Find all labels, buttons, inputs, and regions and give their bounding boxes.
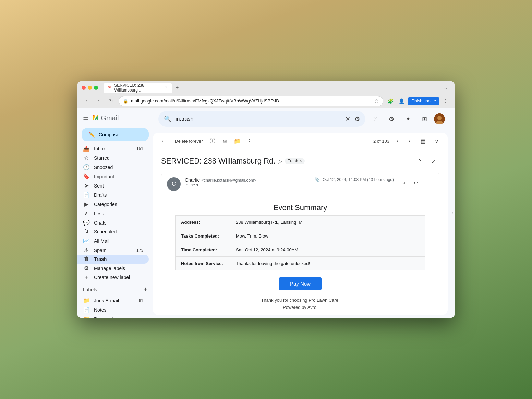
hamburger-menu-icon[interactable]: ☰ [83, 114, 88, 122]
compose-label: Compose [99, 132, 119, 137]
tab-close-button[interactable]: × [164, 85, 168, 90]
spam-icon: ⚠ [83, 247, 90, 253]
view-options-button[interactable]: ∨ [431, 135, 442, 146]
sidebar-item-categories[interactable]: ▶ Categories [77, 200, 149, 209]
sidebar-item-less[interactable]: ∧ Less [77, 209, 149, 218]
notes-from-service-value: Thanks for leaving the gate unlocked! [230, 257, 425, 270]
search-input[interactable]: in:trash [176, 116, 341, 122]
toolbar-actions: Delete forever ⓘ ✉ 📁 ⋮ [172, 135, 255, 146]
profile-icon[interactable]: 👤 [397, 96, 407, 106]
trash-badge-remove-icon[interactable]: × [300, 159, 302, 164]
sidebar-item-inbox[interactable]: 📥 Inbox 151 [77, 144, 149, 153]
email-toolbar: ← Delete forever ⓘ ✉ 📁 ⋮ 2 of 103 ‹ › ▤ [153, 133, 448, 149]
gmail-content-area: 🔍 in:trash ✕ ⚙ ? ⚙ ✦ ⊞ [153, 108, 450, 318]
junk-email-icon: 📁 [83, 297, 90, 304]
info-button[interactable]: ⓘ [207, 135, 218, 146]
open-in-new-button[interactable]: ⤢ [427, 155, 439, 167]
prev-email-button[interactable]: ‹ [392, 135, 403, 146]
delete-forever-button[interactable]: Delete forever [172, 137, 206, 145]
help-button[interactable]: ? [368, 112, 382, 126]
right-panel-handle[interactable]: ‹ [450, 108, 455, 318]
next-email-button[interactable]: › [404, 135, 415, 146]
gmail-app-search-header: 🔍 in:trash ✕ ⚙ ? ⚙ ✦ ⊞ [153, 108, 450, 130]
email-subject-row: SERVICED: 238 Williamsburg Rd. ▷ Trash ×… [161, 155, 439, 167]
maximize-window-button[interactable] [94, 86, 98, 90]
extensions-icon[interactable]: 🧩 [386, 96, 396, 106]
search-clear-icon[interactable]: ✕ [345, 115, 350, 123]
reply-button[interactable]: ↩ [410, 177, 421, 188]
sidebar-item-junk-email[interactable]: 📁 Junk E-mail 61 [77, 296, 149, 305]
sidebar-item-spam[interactable]: ⚠ Spam 173 [77, 245, 149, 255]
move-to-inbox-button[interactable]: ✉ [219, 135, 230, 146]
active-tab[interactable]: M SERVICED: 238 Williamsburg... × [104, 83, 172, 93]
address-bar[interactable]: 🔒 mail.google.com/mail/u/0/#trash/FMfcgz… [119, 96, 383, 106]
refresh-button[interactable]: ↻ [106, 96, 116, 106]
sidebar-item-important[interactable]: 🔖 Important [77, 172, 149, 181]
back-button[interactable]: ‹ [82, 96, 91, 106]
email-subject: SERVICED: 238 Williamsburg Rd. [161, 157, 275, 166]
sidebar-item-notes[interactable]: 📄 Notes [77, 305, 149, 314]
sidebar-item-chats[interactable]: 💬 Chats [77, 218, 149, 227]
pay-now-container: Pay Now [175, 270, 425, 297]
user-avatar[interactable] [434, 113, 445, 124]
bookmark-icon[interactable]: ☆ [374, 98, 379, 104]
manage-labels-label: Manage labels [94, 266, 143, 271]
gmail-favicon-icon: M [108, 85, 112, 90]
sidebar-item-sent[interactable]: ➤ Sent [77, 181, 149, 190]
sidebar-item-all-mail[interactable]: 📧 All Mail [77, 236, 149, 245]
chrome-menu-icon[interactable]: ⋮ [441, 96, 450, 106]
sidebar-item-create-label[interactable]: + Create new label [77, 273, 149, 282]
email-timestamp: Oct 12, 2024, 11:08 PM (13 hours ago) [323, 177, 394, 182]
minimize-window-button[interactable] [88, 86, 92, 90]
thank-you-line2: Powered by Avro. [175, 304, 425, 311]
sidebar-item-manage-labels[interactable]: ⚙ Manage labels [77, 264, 149, 273]
tab-title: SERVICED: 238 Williamsburg... [114, 83, 162, 93]
to-me-row: to me ▾ [185, 183, 311, 188]
sent-label: Sent [94, 183, 143, 189]
tab-bar: M SERVICED: 238 Williamsburg... × + [104, 83, 438, 93]
search-bar[interactable]: 🔍 in:trash ✕ ⚙ [158, 111, 365, 127]
new-tab-button[interactable]: + [173, 85, 181, 91]
window-menu-button[interactable]: ⌄ [441, 83, 450, 93]
forward-button[interactable]: › [94, 96, 104, 106]
more-actions-button[interactable]: ⋮ [244, 135, 255, 146]
gmail-main-panel: ← Delete forever ⓘ ✉ 📁 ⋮ 2 of 103 ‹ › ▤ [153, 133, 448, 315]
thank-you-text: Thank you for choosing Pro Lawn Care. Po… [175, 297, 425, 315]
personal-icon: 📁 [83, 316, 90, 318]
pagination-text: 2 of 103 [373, 138, 389, 144]
emoji-reaction-button[interactable]: ☺ [398, 177, 409, 188]
search-filter-icon[interactable]: ⚙ [354, 115, 360, 123]
move-to-folder-button[interactable]: 📁 [232, 135, 243, 146]
compose-button[interactable]: ✏️ Compose [82, 128, 149, 141]
sidebar-item-personal[interactable]: 📁 Personal [77, 314, 149, 318]
spam-label: Spam [94, 247, 132, 253]
sidebar-item-trash[interactable]: 🗑 Trash [77, 255, 149, 264]
tasks-label: Tasks Completed: [176, 229, 230, 243]
sidebar-item-snoozed[interactable]: 🕐 Snoozed [77, 162, 149, 172]
view-select-button[interactable]: ▤ [418, 135, 428, 146]
inbox-icon: 📥 [83, 145, 90, 152]
inbox-count: 151 [136, 146, 143, 151]
back-to-list-button[interactable]: ← [158, 135, 169, 146]
print-button[interactable]: 🖨 [413, 155, 426, 167]
summary-row-address: Address: 238 Williamsburg Rd., Lansing, … [175, 215, 425, 229]
finish-update-button[interactable]: Finish update [408, 97, 439, 105]
apps-grid-button[interactable]: ⊞ [418, 112, 431, 126]
sender-name: Charlie [185, 177, 200, 183]
settings-button[interactable]: ⚙ [385, 112, 398, 126]
gmail-body: ☰ M Gmail ✏️ Compose 📥 Inbox 151 ☆ Starr… [77, 108, 455, 318]
pay-now-button[interactable]: Pay Now [279, 277, 322, 290]
sidebar-item-drafts[interactable]: 📄 Drafts [77, 190, 149, 200]
spark-button[interactable]: ✦ [401, 112, 415, 126]
search-icon: 🔍 [164, 115, 171, 123]
categories-label: Categories [94, 202, 143, 207]
sidebar-item-starred[interactable]: ☆ Starred [77, 153, 149, 162]
sidebar-item-scheduled[interactable]: 🗓 Scheduled [77, 227, 149, 236]
nav-right-buttons: 🧩 👤 Finish update ⋮ [386, 96, 450, 106]
to-me-chevron-icon[interactable]: ▾ [196, 183, 198, 188]
message-more-button[interactable]: ⋮ [423, 177, 434, 188]
add-label-icon[interactable]: + [144, 286, 147, 293]
labels-title: Labels [83, 287, 97, 292]
browser-navbar: ‹ › ↻ 🔒 mail.google.com/mail/u/0/#trash/… [77, 94, 455, 108]
close-window-button[interactable] [82, 86, 86, 90]
